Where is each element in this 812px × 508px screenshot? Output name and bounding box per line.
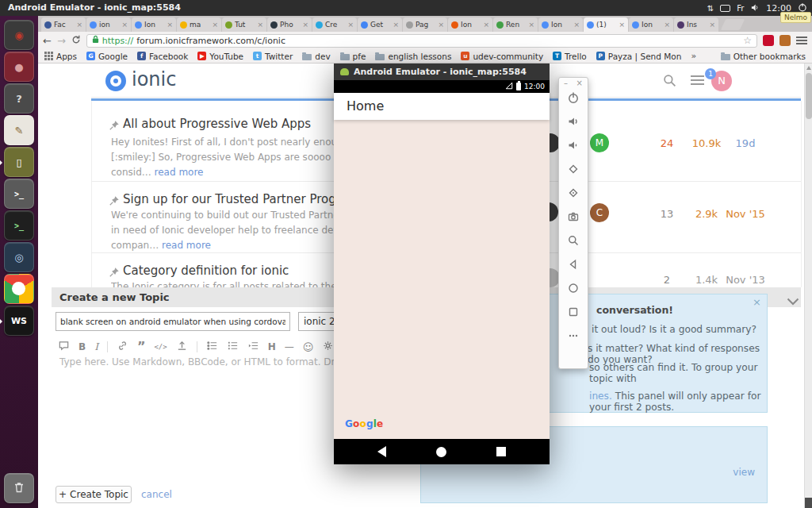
- quote-whole-post-icon[interactable]: [58, 340, 70, 354]
- tab-close-icon[interactable]: ×: [302, 21, 308, 29]
- scrollbar-thumb[interactable]: [806, 73, 812, 119]
- bulleted-list-icon[interactable]: [206, 340, 218, 354]
- browser-tab[interactable]: ion×: [86, 17, 131, 32]
- tab-close-icon[interactable]: ×: [483, 21, 489, 29]
- overview-nav-button[interactable]: [567, 306, 580, 318]
- android-recents-button[interactable]: [496, 447, 506, 456]
- browser-tab[interactable]: Tut×: [222, 17, 266, 32]
- browser-tab[interactable]: Pag×: [403, 17, 447, 32]
- back-nav-button[interactable]: [567, 258, 580, 271]
- other-bookmarks[interactable]: Other bookmarks: [721, 52, 806, 61]
- bookmark-folder[interactable]: dev: [302, 52, 330, 61]
- scroll-down-button[interactable]: [805, 498, 812, 508]
- tab-close-icon[interactable]: ×: [528, 21, 534, 29]
- launcher-item-8[interactable]: ◎: [4, 242, 34, 272]
- guidelines-link[interactable]: ines.: [589, 391, 612, 402]
- browser-tab[interactable]: ma×: [177, 17, 221, 32]
- volume-down-button[interactable]: [567, 139, 580, 152]
- scroll-up-arrow-icon[interactable]: [806, 66, 811, 70]
- launcher-item-1[interactable]: ◉: [4, 20, 34, 50]
- numbered-list-icon[interactable]: [227, 340, 239, 354]
- rotate-left-button[interactable]: [567, 163, 580, 175]
- pinned-icon[interactable]: [109, 119, 120, 134]
- adblock-extension-icon[interactable]: [763, 35, 774, 46]
- launcher-item-editor[interactable]: ✎: [4, 115, 34, 145]
- launcher-item-webstorm[interactable]: WS: [4, 306, 34, 336]
- tab-close-icon[interactable]: ×: [438, 21, 444, 29]
- poster-avatar[interactable]: M: [590, 133, 609, 152]
- tab-close-icon[interactable]: ×: [664, 21, 670, 29]
- upload-icon[interactable]: [176, 340, 188, 354]
- notification-badge[interactable]: 1: [705, 68, 716, 79]
- tab-close-icon[interactable]: ×: [347, 21, 354, 29]
- cancel-link[interactable]: cancel: [141, 489, 172, 500]
- browser-tab-active[interactable]: (1)×: [584, 17, 628, 32]
- preview-link[interactable]: view: [733, 467, 755, 478]
- gear-icon[interactable]: [322, 340, 334, 354]
- minimize-icon[interactable]: –: [564, 79, 568, 87]
- tab-close-icon[interactable]: ×: [257, 21, 263, 29]
- topic-title-input[interactable]: [56, 312, 290, 331]
- tab-close-icon[interactable]: ×: [573, 21, 580, 29]
- topic-title[interactable]: Category definition for ionic: [123, 264, 289, 278]
- poster-avatar[interactable]: C: [590, 203, 609, 222]
- address-bar[interactable]: https://forum.ionicframework.com/c/ionic…: [86, 34, 757, 48]
- refresh-button[interactable]: [71, 35, 81, 46]
- close-icon[interactable]: ×: [576, 79, 583, 87]
- android-back-button[interactable]: [377, 446, 386, 457]
- emulator-titlebar[interactable]: Android Emulator - ionic_map:5584: [334, 64, 550, 80]
- browser-tab[interactable]: Pho×: [267, 17, 312, 32]
- tab-close-icon[interactable]: ×: [212, 21, 218, 29]
- italic-button[interactable]: I: [94, 341, 98, 352]
- emoji-icon[interactable]: ☺: [303, 341, 314, 353]
- input-switcher-icon[interactable]: ⇅: [707, 4, 714, 13]
- bookmark-item[interactable]: uudev-community: [461, 52, 543, 61]
- more-options-button[interactable]: [567, 329, 580, 342]
- apps-shortcut[interactable]: Apps: [44, 52, 77, 61]
- launcher-item-emulator[interactable]: ▯: [4, 147, 34, 177]
- bookmarks-overflow-icon[interactable]: »: [691, 51, 696, 61]
- home-nav-button[interactable]: [567, 282, 580, 294]
- tab-close-icon[interactable]: ×: [709, 21, 715, 29]
- rotate-right-button[interactable]: [567, 187, 580, 199]
- back-button[interactable]: ←: [43, 36, 52, 46]
- new-tab-button[interactable]: [721, 19, 745, 30]
- volume-icon[interactable]: [750, 3, 760, 13]
- bold-button[interactable]: B: [79, 341, 86, 352]
- extension-icon[interactable]: [779, 35, 791, 46]
- read-more-link[interactable]: read more: [162, 240, 211, 251]
- forward-button[interactable]: →: [57, 36, 66, 46]
- hamburger-menu-icon[interactable]: [691, 75, 704, 85]
- topic-title[interactable]: All about Progressive Web Apps: [123, 117, 311, 131]
- android-home-button[interactable]: [436, 447, 446, 457]
- launcher-item-terminal-dark[interactable]: >_: [4, 210, 34, 241]
- volume-up-button[interactable]: [567, 115, 580, 128]
- bookmark-item[interactable]: ▶YouTube: [197, 52, 243, 61]
- map-canvas[interactable]: Google: [334, 120, 550, 439]
- launcher-item-trash[interactable]: [4, 473, 34, 503]
- launcher-item-help[interactable]: ?: [4, 83, 34, 114]
- bookmark-item[interactable]: tTwitter: [253, 52, 293, 61]
- indent-list-icon[interactable]: [247, 340, 259, 354]
- launcher-item-chrome[interactable]: [4, 274, 34, 304]
- browser-tab[interactable]: Ion×: [448, 17, 492, 32]
- screenshot-camera-button[interactable]: [567, 210, 580, 223]
- browser-tab[interactable]: Ion×: [629, 17, 673, 32]
- bookmark-item[interactable]: fFacebook: [137, 52, 188, 61]
- bookmark-item[interactable]: TTrello: [553, 52, 587, 61]
- code-icon[interactable]: </>: [154, 343, 167, 351]
- horizontal-rule-icon[interactable]: —: [285, 341, 294, 352]
- scrollbar[interactable]: [804, 64, 812, 508]
- topic-title[interactable]: Sign up for our Trusted Partner Program: [123, 192, 360, 206]
- browser-tab[interactable]: Get×: [358, 17, 402, 32]
- tab-close-icon[interactable]: ×: [76, 21, 82, 29]
- browser-tab[interactable]: Ins×: [674, 17, 718, 32]
- browser-tab[interactable]: Fac×: [41, 17, 86, 32]
- hyperlink-icon[interactable]: [117, 340, 128, 354]
- keyboard-layout-indicator[interactable]: Fr: [737, 4, 744, 13]
- power-button[interactable]: [567, 91, 580, 104]
- bookmark-item[interactable]: GGoogle: [86, 52, 128, 61]
- ionic-logo-icon[interactable]: [105, 71, 126, 91]
- zoom-button[interactable]: [567, 234, 580, 247]
- read-more-link[interactable]: read more: [155, 167, 204, 178]
